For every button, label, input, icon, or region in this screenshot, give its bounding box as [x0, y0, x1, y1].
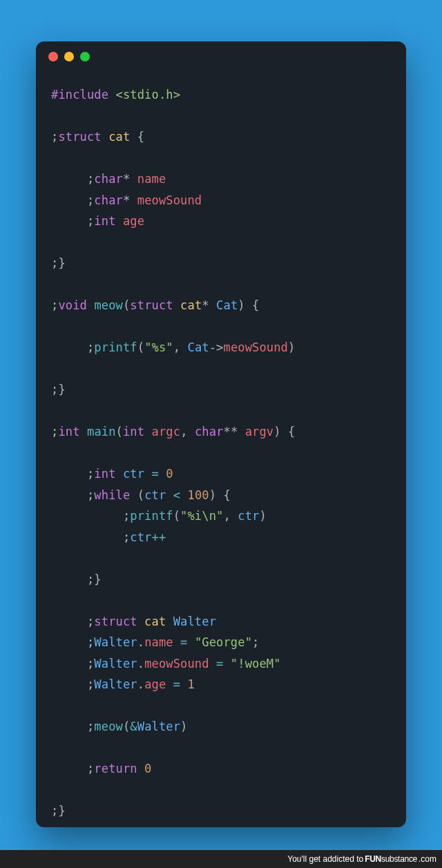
field-meowsound: meowSound — [137, 193, 202, 207]
kw-int: int — [94, 467, 115, 481]
paren: ( — [123, 720, 130, 733]
brace: { — [137, 130, 144, 144]
semi: ; — [252, 635, 259, 649]
type-cat: cat — [137, 615, 173, 628]
header: <stdio.h> — [116, 88, 181, 102]
op-eq: = — [209, 657, 231, 671]
star: * — [123, 172, 137, 186]
code-area: #include <stdio.h> ;struct cat { ;char* … — [36, 72, 406, 827]
field-meowsound: meowSound — [223, 340, 288, 354]
minimize-icon[interactable] — [64, 52, 74, 61]
semi: ; — [51, 130, 58, 144]
kw-int: int — [123, 425, 144, 438]
paren-brace: ) { — [238, 298, 259, 312]
preproc: #include — [51, 88, 116, 102]
type-cat: cat — [173, 298, 202, 312]
var-ctr: ctr — [144, 488, 173, 502]
num-100: 100 — [188, 488, 209, 502]
param-argv: argv — [245, 425, 274, 438]
var-ctr: ctr — [116, 467, 152, 481]
kw-struct: struct — [94, 615, 137, 628]
kw-char: char — [195, 425, 224, 438]
indent: ; — [51, 193, 94, 207]
fn-meow: meow — [94, 720, 123, 733]
footer-watermark: You'll get addicted to FUNsubstance .com — [0, 850, 442, 868]
var-ctr: ctr — [130, 530, 151, 544]
kw-return: return — [94, 762, 137, 775]
close-brace: ;} — [51, 256, 66, 270]
paren: ( — [137, 340, 144, 354]
star: * — [123, 193, 137, 207]
comma: , — [173, 340, 188, 354]
indent: ; — [51, 677, 94, 691]
paren: ) — [288, 340, 295, 354]
kw-while: while — [94, 488, 130, 502]
footer-domain: .com — [419, 854, 436, 864]
close-icon[interactable] — [48, 52, 58, 61]
comma: , — [223, 509, 238, 523]
fn-main: main — [80, 425, 116, 438]
close-brace: ;} — [51, 572, 102, 586]
close-brace: ;} — [51, 804, 66, 818]
var-walter: Walter — [137, 720, 180, 733]
indent: ; — [51, 720, 94, 733]
indent: ; — [51, 657, 94, 671]
field-name: name — [144, 635, 173, 649]
string: "%s" — [144, 340, 173, 354]
semi: ; — [51, 425, 58, 438]
paren: ) — [259, 509, 266, 523]
indent: ; — [51, 509, 130, 523]
indent: ; — [51, 467, 94, 481]
kw-void: void — [58, 298, 87, 312]
op-amp: & — [130, 720, 137, 733]
indent: ; — [51, 172, 94, 186]
var-walter: Walter — [173, 615, 216, 628]
kw-char: char — [94, 193, 123, 207]
dot: . — [137, 635, 144, 649]
zoom-icon[interactable] — [80, 52, 90, 61]
footer-text: You'll get addicted to — [287, 854, 363, 864]
var-walter: Walter — [94, 677, 137, 691]
star: * — [202, 298, 216, 312]
kw-struct: struct — [58, 130, 101, 144]
string-woem: "!woeM" — [231, 657, 281, 671]
param-argc: argc — [144, 425, 180, 438]
var-ctr: ctr — [238, 509, 259, 523]
indent: ; — [51, 340, 94, 354]
paren-brace: ) { — [273, 425, 295, 438]
param-cat: Cat — [216, 298, 238, 312]
kw-int: int — [58, 425, 79, 438]
fn-printf: printf — [94, 340, 137, 354]
kw-struct: struct — [130, 298, 173, 312]
op-eq: = — [152, 467, 166, 481]
paren: ( — [173, 509, 180, 523]
type-cat: cat — [102, 130, 137, 144]
string: "%i\n" — [180, 509, 223, 523]
var-cat: Cat — [188, 340, 209, 354]
op-eq: = — [173, 635, 195, 649]
indent: ; — [51, 635, 94, 649]
indent: ; — [51, 615, 94, 628]
arrow: -> — [209, 340, 224, 354]
dot: . — [137, 657, 144, 671]
indent: ; — [51, 214, 94, 228]
field-name: name — [137, 172, 166, 186]
paren: ) — [180, 720, 187, 733]
indent: ; — [51, 530, 130, 544]
code-window: #include <stdio.h> ;struct cat { ;char* … — [36, 41, 406, 827]
op-eq: = — [166, 677, 187, 691]
num-one: 1 — [188, 677, 195, 691]
footer-brand: FUNsubstance — [365, 854, 417, 864]
kw-int: int — [94, 214, 115, 228]
indent: ; — [51, 762, 94, 775]
num-zero: 0 — [137, 762, 152, 775]
op-lt: < — [173, 488, 188, 502]
paren-brace: ) { — [209, 488, 231, 502]
field-age: age — [116, 214, 145, 228]
field-meowsound: meowSound — [144, 657, 209, 671]
string-george: "George" — [195, 635, 252, 649]
comma: , — [180, 425, 195, 438]
titlebar — [36, 41, 406, 72]
var-walter: Walter — [94, 657, 137, 671]
fn-meow: meow — [87, 298, 123, 312]
